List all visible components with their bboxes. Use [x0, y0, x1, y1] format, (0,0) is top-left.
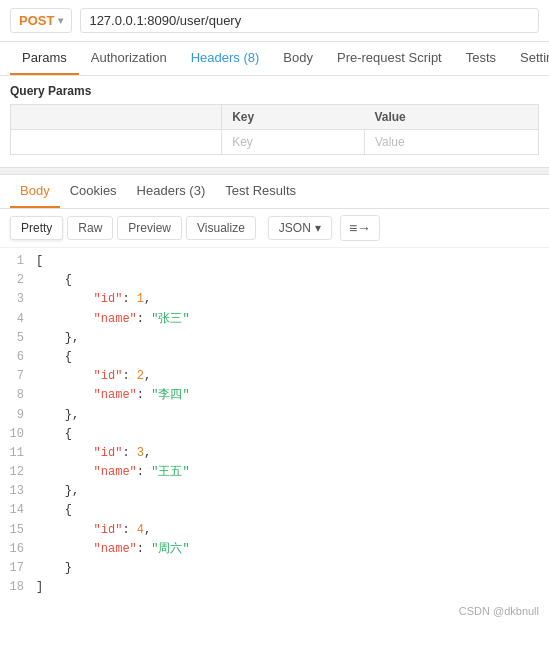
query-params-section: Query Params Key Value Key Value: [0, 76, 549, 155]
line-content: {: [36, 425, 549, 444]
line-content: {: [36, 501, 549, 520]
tab-settings[interactable]: Settings: [508, 42, 549, 75]
code-line: 7 "id": 2,: [0, 367, 549, 386]
line-number: 15: [0, 521, 36, 540]
tab-test-results[interactable]: Test Results: [215, 175, 306, 208]
code-line: 11 "id": 3,: [0, 444, 549, 463]
line-number: 10: [0, 425, 36, 444]
code-line: 5 },: [0, 329, 549, 348]
code-line: 2 {: [0, 271, 549, 290]
line-number: 5: [0, 329, 36, 348]
line-content: },: [36, 406, 549, 425]
line-content: "id": 4,: [36, 521, 549, 540]
th-key: Key: [222, 105, 365, 130]
method-chevron-icon: ▾: [58, 15, 63, 26]
line-number: 1: [0, 252, 36, 271]
btn-raw[interactable]: Raw: [67, 216, 113, 240]
tab-headers[interactable]: Headers (8): [179, 42, 272, 75]
code-line: 15 "id": 4,: [0, 521, 549, 540]
top-tabs: Params Authorization Headers (8) Body Pr…: [0, 42, 549, 76]
code-line: 12 "name": "王五": [0, 463, 549, 482]
format-chevron-icon: ▾: [315, 221, 321, 235]
code-line: 14 {: [0, 501, 549, 520]
watermark: CSDN @dkbnull: [0, 601, 549, 621]
line-content: "id": 1,: [36, 290, 549, 309]
row-key-input[interactable]: Key: [222, 130, 365, 155]
btn-pretty[interactable]: Pretty: [10, 216, 63, 240]
tab-cookies[interactable]: Cookies: [60, 175, 127, 208]
row-value-input[interactable]: Value: [364, 130, 538, 155]
line-number: 4: [0, 310, 36, 329]
th-checkbox: [11, 105, 222, 130]
line-number: 12: [0, 463, 36, 482]
url-input[interactable]: [80, 8, 539, 33]
line-number: 9: [0, 406, 36, 425]
line-number: 17: [0, 559, 36, 578]
code-line: 4 "name": "张三": [0, 310, 549, 329]
line-content: "name": "张三": [36, 310, 549, 329]
line-number: 11: [0, 444, 36, 463]
code-area: 1[2 {3 "id": 1,4 "name": "张三"5 },6 {7 "i…: [0, 248, 549, 601]
line-number: 8: [0, 386, 36, 405]
format-label: JSON: [279, 221, 311, 235]
line-number: 3: [0, 290, 36, 309]
tab-pre-request-script[interactable]: Pre-request Script: [325, 42, 454, 75]
code-line: 17 }: [0, 559, 549, 578]
code-line: 8 "name": "李四": [0, 386, 549, 405]
line-number: 7: [0, 367, 36, 386]
wrap-button[interactable]: ≡→: [340, 215, 380, 241]
params-row-empty: Key Value: [11, 130, 539, 155]
code-line: 3 "id": 1,: [0, 290, 549, 309]
url-bar: POST ▾: [0, 0, 549, 42]
line-number: 13: [0, 482, 36, 501]
code-line: 10 {: [0, 425, 549, 444]
tab-response-body[interactable]: Body: [10, 175, 60, 208]
line-content: [: [36, 252, 549, 271]
tab-authorization[interactable]: Authorization: [79, 42, 179, 75]
code-line: 6 {: [0, 348, 549, 367]
tab-params[interactable]: Params: [10, 42, 79, 75]
line-number: 2: [0, 271, 36, 290]
line-content: "id": 3,: [36, 444, 549, 463]
code-line: 18]: [0, 578, 549, 597]
line-content: "name": "李四": [36, 386, 549, 405]
section-divider: [0, 167, 549, 175]
method-select[interactable]: POST ▾: [10, 8, 72, 33]
response-tabs: Body Cookies Headers (3) Test Results: [0, 175, 549, 209]
tab-response-headers[interactable]: Headers (3): [127, 175, 216, 208]
line-content: {: [36, 271, 549, 290]
line-content: },: [36, 329, 549, 348]
line-content: {: [36, 348, 549, 367]
format-select[interactable]: JSON ▾: [268, 216, 332, 240]
row-checkbox[interactable]: [11, 130, 222, 155]
code-line: 9 },: [0, 406, 549, 425]
code-line: 1[: [0, 252, 549, 271]
btn-preview[interactable]: Preview: [117, 216, 182, 240]
line-number: 18: [0, 578, 36, 597]
line-number: 16: [0, 540, 36, 559]
code-line: 13 },: [0, 482, 549, 501]
line-content: "name": "周六": [36, 540, 549, 559]
line-number: 6: [0, 348, 36, 367]
query-params-title: Query Params: [10, 84, 539, 98]
line-content: },: [36, 482, 549, 501]
line-number: 14: [0, 501, 36, 520]
code-line: 16 "name": "周六": [0, 540, 549, 559]
line-content: "name": "王五": [36, 463, 549, 482]
line-content: ]: [36, 578, 549, 597]
tab-body[interactable]: Body: [271, 42, 325, 75]
tab-tests[interactable]: Tests: [454, 42, 508, 75]
btn-visualize[interactable]: Visualize: [186, 216, 256, 240]
method-label: POST: [19, 13, 54, 28]
params-table: Key Value Key Value: [10, 104, 539, 155]
response-toolbar: Pretty Raw Preview Visualize JSON ▾ ≡→: [0, 209, 549, 248]
line-content: }: [36, 559, 549, 578]
th-value: Value: [364, 105, 538, 130]
line-content: "id": 2,: [36, 367, 549, 386]
